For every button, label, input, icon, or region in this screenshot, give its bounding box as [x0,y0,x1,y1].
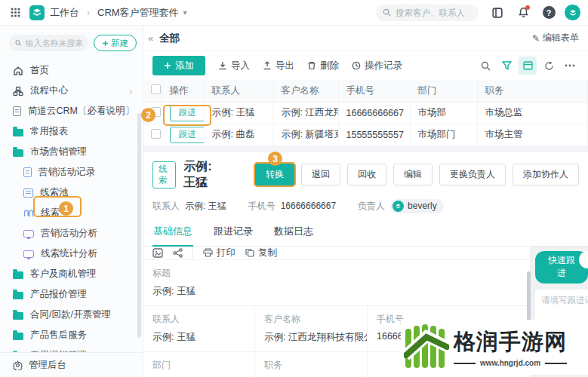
add-button[interactable]: 添加 [152,56,205,75]
print-button[interactable]: 打印 [203,247,236,259]
watermark-name: 格润手游网 [454,327,567,357]
sidebar-item-common-reports[interactable]: 常用报表 [0,121,143,142]
sidebar-item-customer-mgmt[interactable]: 客户及商机管理 [0,264,143,284]
sidebar-item-home[interactable]: 首页 [0,60,143,81]
owner-label: 负责人 [358,200,385,213]
top-bar: 工作台 › CRM客户管理套件 ▾ ? [0,0,588,26]
export-button[interactable]: 导出 [263,60,294,72]
annotation-step-3: 3 [268,152,282,166]
journal-icon[interactable] [488,3,507,23]
folder-icon [13,129,23,136]
add-collaborator-button[interactable]: 添加协作人 [513,164,579,185]
sidebar-search[interactable] [9,35,88,51]
watermark-url: www.hngrjd.com [480,359,540,367]
recycle-button[interactable]: 回收 [347,164,386,185]
contact-label: 联系人 [152,200,180,213]
sidebar-search-input[interactable] [25,38,82,48]
tab-follow-records[interactable]: 跟进记录 [213,218,254,247]
chart-icon [23,230,34,238]
delete-button[interactable]: 删除 [307,60,339,72]
sidebar-item-lead-pool[interactable]: 线索池 [0,182,143,203]
cell-phone: 15555555557 [338,124,410,146]
breadcrumb-app-title[interactable]: CRM客户管理套件 [97,6,179,20]
change-owner-button[interactable]: 更换负责人 [439,164,506,185]
cell-customer: 示例: 新疆塔克水果... [273,124,338,146]
sidebar-item-quote-mgmt[interactable]: 产品报价管理 [0,284,143,305]
search-icon [15,39,21,47]
col-header-phone[interactable]: 手机号 [338,80,410,102]
sidebar-footer-label: 管理后台 [29,359,66,372]
copy-button[interactable]: 复制 [245,247,277,259]
sidebar-item-label: 营销活动分析 [41,227,97,240]
select-all-checkbox[interactable] [151,84,161,94]
sidebar: 新建 首页 流程中心 › 简道云CRM〔必看说明〕 常用报表 [0,26,143,377]
table-row[interactable]: 跟进 示例: 曲磊 示例: 新疆塔克水果... 15555555557 市场部门… [143,124,588,146]
card-view-icon[interactable] [152,248,163,258]
edit-button[interactable]: 编辑 [393,164,433,185]
sidebar-item-campaign-records[interactable]: 营销活动记录 [0,162,143,182]
sidebar-item-admin-backend[interactable]: 管理后台 [0,352,143,377]
sidebar-scrollbar[interactable] [137,113,141,338]
operation-log-button[interactable]: 操作记录 [352,60,402,72]
col-header-position[interactable]: 职务 [477,80,588,102]
new-button[interactable]: 新建 [94,35,137,51]
field-label: 部门 [152,359,245,372]
phone-value: 16666666667 [281,201,336,211]
folder-icon [13,312,23,320]
sidebar-item-label: 线索统计分析 [41,247,97,260]
help-icon[interactable]: ? [539,3,559,23]
sidebar-item-aftersales[interactable]: 产品售后服务 [0,325,143,345]
tab-data-log[interactable]: 数据日志 [273,218,314,247]
follow-up-button[interactable]: 跟进 [170,127,205,143]
annotation-step-1: 1 [59,201,73,216]
folder-icon [13,292,23,299]
sidebar-item-lead-stats-analysis[interactable]: 线索统计分析 [0,244,143,264]
table-row[interactable]: 跟进 示例: 王猛 示例: 江西龙翔科技... 16666666667 市场部 … [143,102,588,124]
share-icon[interactable] [173,248,183,258]
more-icon[interactable] [561,57,579,75]
sidebar-item-marketing-mgmt[interactable]: 市场营销管理 [0,142,143,162]
global-search-input[interactable] [396,8,471,17]
sidebar-item-campaign-analysis[interactable]: 营销活动分析 [0,223,143,244]
col-header-contact[interactable]: 联系人 [204,80,273,102]
field-customer: 客户名称 示例: 江西龙翔科技有限公司 [255,306,368,351]
global-search[interactable] [376,5,479,21]
collapse-sidebar-icon[interactable]: « [148,32,153,44]
field-value: 示例: 王猛 [152,331,245,344]
notification-bell-icon[interactable] [513,3,533,23]
refresh-icon[interactable] [540,57,558,75]
owner-chip[interactable]: beverly [390,199,444,213]
col-header-department[interactable]: 部门 [410,80,477,102]
sidebar-item-process-center[interactable]: 流程中心 › [0,81,143,101]
tab-basic-info[interactable]: 基础信息 [152,218,193,247]
convert-button[interactable]: 转换 [255,164,294,185]
import-button[interactable]: 导入 [218,60,250,72]
notification-badge [525,5,530,10]
field-value: 示例: 王猛 [152,285,521,298]
divider [192,247,193,258]
col-header-action[interactable]: 操作 [162,80,204,102]
row-checkbox[interactable] [151,129,161,139]
divider [545,363,567,364]
apps-grid-icon[interactable] [11,8,20,17]
follow-up-button[interactable]: 跟进 [170,105,205,121]
filter-icon[interactable] [497,57,516,75]
sidebar-item-crm-guide[interactable]: 简道云CRM〔必看说明〕 [0,101,143,121]
sidebar-item-label: 产品售后服务 [30,329,87,342]
sidebar-item-label: 简道云CRM〔必看说明〕 [28,105,134,118]
sidebar-item-contract-mgmt[interactable]: 合同/回款/开票管理 [0,305,143,325]
workbench-label[interactable]: 工作台 [50,6,79,20]
cell-contact: 示例: 王猛 [204,102,273,124]
workbench-logo-icon[interactable] [29,5,45,20]
search-icon [383,8,391,17]
return-button[interactable]: 退回 [301,164,340,185]
folder-icon [13,149,23,157]
layout-card-icon[interactable] [519,57,537,75]
user-avatar[interactable] [565,5,580,20]
edit-form-button[interactable]: ✎ 编辑表单 [532,32,579,44]
cell-position: 市场总监 [477,102,588,124]
sidebar-item-label: 首页 [30,64,49,77]
caret-down-icon[interactable]: ▾ [183,8,187,17]
col-header-customer[interactable]: 客户名称 [273,80,338,102]
search-icon[interactable] [476,57,494,75]
